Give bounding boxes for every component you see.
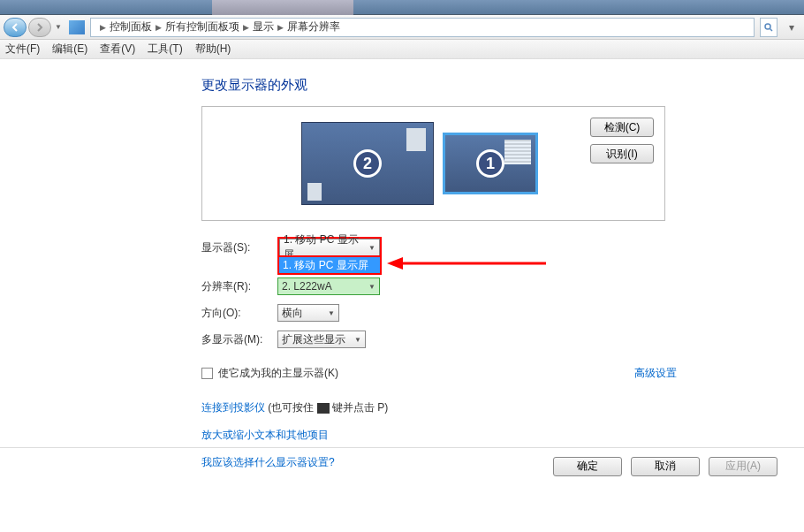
primary-display-label: 使它成为我的主显示器(K) xyxy=(218,366,338,381)
monitor-deco-icon xyxy=(307,183,322,201)
crumb-sep: ▶ xyxy=(100,23,106,32)
svg-marker-3 xyxy=(387,257,403,270)
menu-view[interactable]: 查看(V) xyxy=(100,42,135,57)
text-size-link[interactable]: 放大或缩小文本和其他项目 xyxy=(201,428,804,443)
display-label: 显示器(S): xyxy=(201,240,277,255)
crumb-display[interactable]: 显示 xyxy=(253,19,274,34)
detect-button[interactable]: 检测(C) xyxy=(590,118,654,137)
search-button[interactable] xyxy=(760,18,777,37)
advanced-settings-link[interactable]: 高级设置 xyxy=(634,366,677,381)
dropdown-arrow-icon: ▼ xyxy=(354,336,361,344)
dropdown-arrow-icon: ▼ xyxy=(368,244,375,252)
crumb-control-panel[interactable]: 控制面板 xyxy=(110,19,152,34)
multidisplay-value: 扩展这些显示 xyxy=(282,332,345,347)
display-select[interactable]: 1. 移动 PC 显示屏 ▼ xyxy=(279,239,380,256)
monitor-deco-icon xyxy=(406,128,426,151)
multidisplay-label: 多显示器(M): xyxy=(201,332,277,347)
dialog-button-bar: 确定 取消 应用(A) xyxy=(0,447,804,484)
window-titlebar xyxy=(0,0,804,15)
crumb-sep: ▶ xyxy=(155,23,162,32)
settings-form: 显示器(S): 1. 移动 PC 显示屏 ▼ 1. 移动 PC 显示屏 分辨率(… xyxy=(201,237,804,470)
primary-display-checkbox-row: 使它成为我的主显示器(K) 高级设置 xyxy=(201,366,804,381)
dropdown-arrow-icon: ▼ xyxy=(368,283,375,291)
resolution-value: 2. L222wA xyxy=(282,280,332,293)
menu-help[interactable]: 帮助(H) xyxy=(195,42,231,57)
crumb-sep: ▶ xyxy=(277,23,284,32)
nav-history-dropdown[interactable]: ▼ xyxy=(53,18,64,37)
projector-hint-2: 键并点击 P) xyxy=(330,401,389,414)
page-title: 更改显示器的外观 xyxy=(201,77,804,94)
monitor-number: 2 xyxy=(353,149,382,178)
projector-link[interactable]: 连接到投影仪 xyxy=(201,401,265,414)
display-dropdown-list: 1. 移动 PC 显示屏 xyxy=(277,255,382,275)
projector-hint: (也可按住 xyxy=(265,401,317,414)
multidisplay-select[interactable]: 扩展这些显示 ▼ xyxy=(277,331,366,348)
orientation-select[interactable]: 横向 ▼ xyxy=(277,304,339,322)
menu-tools[interactable]: 工具(T) xyxy=(148,42,182,57)
resolution-select[interactable]: 2. L222wA ▼ xyxy=(277,277,380,295)
window-control-icon[interactable]: ▾ xyxy=(783,21,800,34)
cancel-button[interactable]: 取消 xyxy=(631,457,700,476)
monitor-deco-icon xyxy=(504,140,531,164)
content-area: 更改显示器的外观 2 1 检测(C) 识别(I) 显示器(S): 1. 移动 P… xyxy=(0,59,804,470)
crumb-all-items[interactable]: 所有控制面板项 xyxy=(165,19,239,34)
crumb-sep: ▶ xyxy=(243,23,249,32)
ok-button[interactable]: 确定 xyxy=(553,457,622,476)
resolution-label: 分辨率(R): xyxy=(201,279,277,294)
monitor-preview-box: 2 1 检测(C) 识别(I) xyxy=(201,106,665,221)
menu-bar: 文件(F) 编辑(E) 查看(V) 工具(T) 帮助(H) xyxy=(0,40,804,59)
orientation-value: 横向 xyxy=(282,306,303,321)
back-button[interactable] xyxy=(4,18,27,37)
monitor-1-selected[interactable]: 1 xyxy=(443,133,538,194)
display-option-1[interactable]: 1. 移动 PC 显示屏 xyxy=(279,257,380,273)
navigation-bar: ▼ ▶ 控制面板 ▶ 所有控制面板项 ▶ 显示 ▶ 屏幕分辨率 ▾ xyxy=(0,15,804,40)
svg-point-0 xyxy=(765,24,770,29)
monitor-number: 1 xyxy=(476,149,504,178)
location-icon xyxy=(69,20,85,34)
annotation-arrow-icon xyxy=(387,256,546,276)
primary-display-checkbox[interactable] xyxy=(201,368,213,379)
menu-file[interactable]: 文件(F) xyxy=(5,42,40,57)
svg-line-1 xyxy=(770,28,773,31)
forward-button[interactable] xyxy=(28,18,51,37)
orientation-label: 方向(O): xyxy=(201,306,277,321)
crumb-resolution[interactable]: 屏幕分辨率 xyxy=(287,19,340,34)
breadcrumb[interactable]: ▶ 控制面板 ▶ 所有控制面板项 ▶ 显示 ▶ 屏幕分辨率 xyxy=(90,18,755,37)
apply-button[interactable]: 应用(A) xyxy=(709,457,777,476)
identify-button[interactable]: 识别(I) xyxy=(590,144,654,163)
monitor-2[interactable]: 2 xyxy=(301,122,434,205)
windows-key-icon xyxy=(317,403,330,414)
dropdown-arrow-icon: ▼ xyxy=(328,309,335,317)
menu-edit[interactable]: 编辑(E) xyxy=(52,42,87,57)
